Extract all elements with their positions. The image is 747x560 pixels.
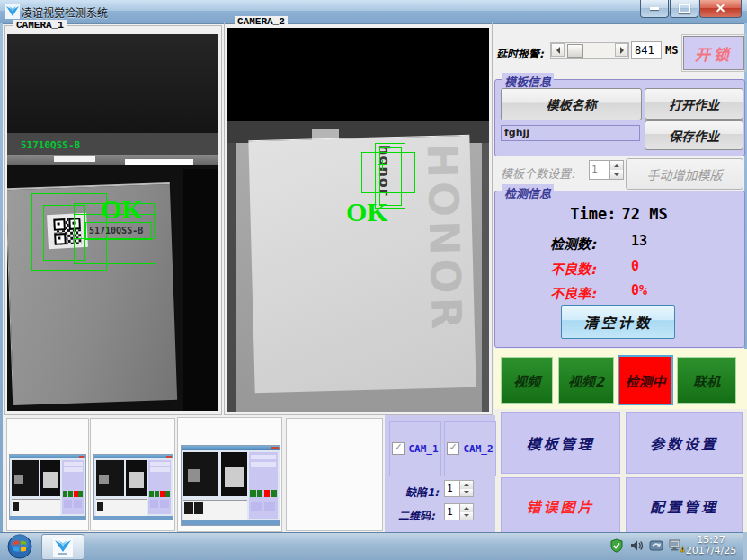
spin-down-button[interactable]	[460, 512, 473, 520]
bird-logo-icon	[53, 538, 73, 557]
clear-count-button[interactable]: 清空计数	[561, 305, 675, 339]
scroll-left-arrow[interactable]	[551, 43, 565, 57]
defect-spinner[interactable]: 1	[444, 480, 474, 497]
spin-down-button[interactable]	[460, 489, 473, 497]
camera2-label: CAMERA_2	[235, 16, 288, 27]
error-images-button[interactable]: 错误图片	[501, 477, 620, 534]
template-count-label: 模板个数设置:	[501, 164, 574, 182]
qrcode-spinner[interactable]: 1	[444, 503, 474, 520]
app-tray-icon[interactable]	[649, 538, 663, 553]
code-rect: 51710QSS-B	[85, 222, 152, 240]
open-job-button[interactable]: 打开作业	[645, 88, 743, 120]
online-button[interactable]: 联机	[677, 357, 736, 404]
time-value: 72 MS	[621, 205, 667, 223]
scene-highlight	[54, 156, 95, 162]
box-watermark: HONOR	[418, 143, 473, 369]
scene-background	[183, 169, 218, 411]
spin-down-button[interactable]	[610, 170, 623, 179]
cam2-checkbox-checked-icon[interactable]	[447, 442, 459, 455]
volume-icon[interactable]	[629, 538, 644, 553]
camera1-label: CAMERA_1	[13, 20, 67, 31]
taskbar-app-button[interactable]	[41, 534, 84, 560]
video1-button[interactable]: 视频	[501, 357, 553, 404]
scrollbar-thumb[interactable]	[567, 44, 583, 58]
window-title: 凌谊视觉检测系统	[22, 4, 108, 20]
thumbnail-panel[interactable]	[6, 418, 89, 531]
time-label: Time:	[570, 205, 616, 223]
cam2-checkbox-label: CAM_2	[463, 443, 493, 455]
param-settings-button[interactable]: 参数设置	[626, 412, 743, 474]
cam2-checkbox-group[interactable]: CAM_2	[444, 421, 496, 476]
alarm-unit: MS	[665, 44, 678, 57]
template-name-button[interactable]: 模板名称	[501, 88, 642, 120]
alarm-scrollbar[interactable]	[550, 42, 629, 59]
qrcode-label: 二维码:	[398, 507, 435, 522]
app-logo-icon	[5, 4, 20, 19]
show-desktop-button[interactable]	[743, 532, 747, 560]
window-frame-left	[0, 23, 3, 532]
thumbnail-panel[interactable]	[286, 418, 383, 531]
spin-up-button[interactable]	[460, 481, 473, 489]
camera1-detected-code: 51710QSS-B	[89, 226, 143, 236]
cam1-checkbox-checked-icon[interactable]	[392, 442, 405, 455]
ng-count-value: 0	[631, 258, 639, 274]
thumbnail-panel[interactable]	[90, 418, 175, 531]
save-job-button[interactable]: 保存作业	[645, 120, 743, 150]
start-button[interactable]	[7, 534, 32, 559]
spin-up-button[interactable]	[610, 161, 623, 170]
security-shield-icon[interactable]	[609, 538, 624, 553]
defect-value: 1	[444, 480, 460, 497]
up-arrow-icon	[464, 504, 469, 510]
detecting-button[interactable]: 检测中	[618, 355, 673, 405]
camera2-image[interactable]: HONOR honor OK	[227, 28, 489, 412]
thumbnail-screenshot[interactable]	[9, 454, 86, 520]
maximize-button[interactable]	[670, 0, 698, 18]
up-arrow-icon	[614, 162, 619, 167]
alarm-value-input[interactable]	[631, 41, 662, 59]
add-template-button[interactable]: 手动增加模版	[626, 158, 743, 190]
down-arrow-icon	[614, 173, 619, 179]
detect-count-value: 13	[631, 233, 647, 249]
camera1-image[interactable]: 51710QSS-B 51710QSS-B OK	[7, 34, 218, 411]
qrcode-value: 1	[444, 503, 460, 520]
cam1-checkbox-label: CAM_1	[408, 443, 438, 455]
titlebar[interactable]: 凌谊视觉检测系统	[0, 0, 747, 24]
cam1-checkbox-group[interactable]: CAM_1	[389, 421, 441, 476]
taskbar-clock[interactable]: 15:27 2017/4/25	[680, 535, 743, 556]
close-button[interactable]	[699, 0, 742, 18]
alarm-label: 延时报警:	[496, 45, 544, 60]
app-window: 凌谊视觉检测系统 CAMERA_1 51710QSS-B	[0, 0, 747, 560]
video2-button[interactable]: 视频2	[558, 357, 614, 404]
camera1-result: OK	[101, 196, 143, 223]
camera1-top-code: 51710QSS-B	[21, 139, 80, 151]
down-arrow-icon	[464, 491, 469, 496]
scene-edge	[227, 143, 236, 412]
template-manage-button[interactable]: 模板管理	[501, 412, 620, 474]
up-arrow-icon	[464, 481, 469, 486]
thumbnail-screenshot[interactable]	[93, 454, 173, 520]
config-manage-button[interactable]: 配置管理	[626, 477, 743, 534]
camera2-result: OK	[346, 199, 388, 226]
left-arrow-icon	[553, 47, 560, 54]
template-count-spinner[interactable]: 1	[589, 160, 624, 180]
ng-count-label: 不良数:	[550, 259, 596, 278]
thumbnail-screenshot[interactable]	[181, 445, 280, 526]
thumbnail-panel[interactable]	[177, 417, 282, 532]
minimize-button[interactable]	[640, 0, 669, 18]
unlock-button[interactable]: 开锁	[683, 36, 744, 70]
template-name-input[interactable]	[501, 125, 640, 141]
scroll-right-arrow[interactable]	[615, 43, 628, 57]
crosshair	[382, 160, 383, 170]
detect-info-title: 检测信息	[502, 184, 554, 201]
defect-label: 缺陷1:	[405, 484, 439, 499]
close-icon	[716, 4, 725, 13]
spin-up-button[interactable]	[460, 504, 473, 512]
scene-background	[7, 34, 218, 135]
ng-rate-label: 不良率:	[550, 283, 596, 302]
system-tray[interactable]	[609, 538, 685, 553]
ng-rate-value: 0%	[631, 282, 647, 298]
right-arrow-icon	[620, 47, 627, 54]
detect-count-label: 检测数:	[550, 234, 596, 253]
maximize-icon	[679, 4, 690, 13]
clock-date: 2017/4/25	[680, 546, 743, 556]
